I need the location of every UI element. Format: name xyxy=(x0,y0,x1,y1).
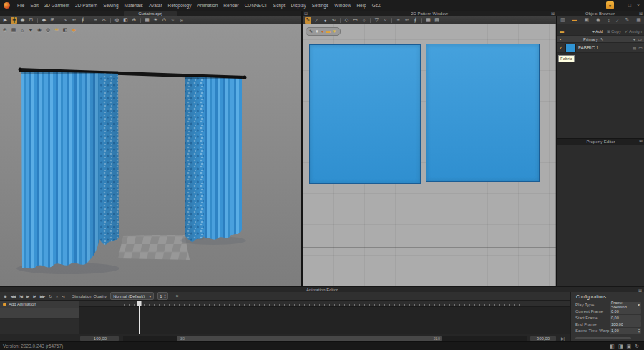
spinner-arrows-icon[interactable]: ▴▾ xyxy=(165,293,166,298)
sep-4[interactable] xyxy=(110,18,111,23)
configurations-scrollbar[interactable] xyxy=(575,337,631,339)
menu-avatar[interactable]: Avatar xyxy=(146,3,165,8)
timeline-scrollbar-track[interactable]: -30 210 xyxy=(123,336,527,341)
panel-menu-icon[interactable]: ⊞ xyxy=(304,11,308,16)
close-icon[interactable]: × xyxy=(176,293,179,298)
playhead-marker[interactable] xyxy=(137,301,142,306)
primary-section-header[interactable]: • Primary ✎ + ▭ xyxy=(557,35,644,43)
menu-retopology[interactable]: Retopology xyxy=(165,3,195,8)
fabric-swatch[interactable] xyxy=(565,44,576,52)
simulation-quality-dropdown[interactable]: Normal (Default) ▾ xyxy=(110,292,154,300)
select-mesh-icon[interactable]: ◉ xyxy=(19,17,26,24)
range-end-field[interactable]: 300,00 xyxy=(530,336,556,341)
dart-icon[interactable]: ▽ xyxy=(374,17,380,24)
cancel-icon[interactable]: × xyxy=(56,294,57,298)
topstitch-tab-icon[interactable]: ∕ xyxy=(617,16,618,24)
zipper-tab-icon[interactable]: ↕ xyxy=(608,16,610,24)
sep-4[interactable] xyxy=(421,18,422,23)
edit-pattern-icon[interactable]: ∕ xyxy=(313,17,320,24)
trim-tab-icon[interactable]: ▣ xyxy=(584,16,589,24)
spinner-arrows-icon[interactable]: ▴▾ xyxy=(638,328,640,333)
layout-both-windows-icon[interactable]: ▣ xyxy=(627,344,632,349)
go-to-end-icon[interactable]: ▶| xyxy=(561,336,564,341)
assign-fabric-button[interactable]: ✓ Assign xyxy=(625,29,642,34)
playback-speed-icon[interactable]: ⊲ xyxy=(62,294,64,298)
undock-icon[interactable]: ⊠ xyxy=(639,138,643,144)
sew-edit-icon[interactable]: ∮ xyxy=(79,17,86,24)
play-type-dropdown[interactable]: Frame Stepping ▾ xyxy=(610,302,641,308)
pattern-piece-right[interactable] xyxy=(426,44,540,182)
menu-display[interactable]: Display xyxy=(288,3,308,8)
go-to-end-icon[interactable]: ▶▶ xyxy=(40,294,44,298)
menu-help[interactable]: Help xyxy=(353,3,369,8)
show-texture-icon[interactable]: ▦ xyxy=(425,17,431,24)
sep-2[interactable] xyxy=(370,18,371,23)
end-frame-field[interactable]: 100,00 xyxy=(610,321,641,327)
edit-curvature-icon[interactable]: ∿ xyxy=(331,17,337,24)
free-sew-2d-icon[interactable]: ∮ xyxy=(412,17,419,24)
sep-3[interactable] xyxy=(89,18,89,23)
loop-icon[interactable]: ↻ xyxy=(49,294,52,298)
rectangle-icon[interactable]: ▭ xyxy=(352,17,358,24)
arrangement-points-icon[interactable]: ◍ xyxy=(45,27,51,33)
arrangement-icon[interactable]: ◍ xyxy=(114,17,120,24)
pin-toggle-icon[interactable]: ◆ xyxy=(71,27,77,33)
puckering-tab-icon[interactable]: ▦ xyxy=(636,16,641,24)
menu-window[interactable]: Window xyxy=(331,3,353,8)
circle-icon[interactable]: ○ xyxy=(361,17,367,24)
pin-box-icon[interactable]: ⊞ xyxy=(49,17,56,24)
current-frame-field[interactable]: 0,00 xyxy=(610,308,641,314)
menu-materials[interactable]: Materials xyxy=(122,3,146,8)
polygon-icon[interactable]: ◇ xyxy=(343,17,350,24)
menu-2d-pattern[interactable]: 2D Pattern xyxy=(72,3,100,8)
transform-pattern-icon[interactable]: ✎ xyxy=(305,17,311,24)
scene-tab-icon[interactable]: ▥ xyxy=(560,16,565,24)
garment-yellow-icon[interactable]: ▼ xyxy=(333,29,337,34)
menu-sewing[interactable]: Sewing xyxy=(100,3,121,8)
step-size-stepper[interactable]: 1 ▴▾ xyxy=(157,292,167,300)
start-frame-field[interactable]: 0,00 xyxy=(610,315,641,321)
play-icon[interactable]: ▶ xyxy=(26,294,29,298)
garment-show-icon[interactable]: ▼ xyxy=(28,27,34,33)
account-button[interactable]: ● xyxy=(606,1,614,9)
menu-animation[interactable]: Animation xyxy=(194,3,220,8)
sep-1[interactable] xyxy=(340,18,341,23)
sep-5[interactable] xyxy=(140,18,141,23)
range-start-field[interactable]: -100,00 xyxy=(80,336,119,341)
menu-3d-garment[interactable]: 3D Garment xyxy=(42,3,72,8)
project-tab[interactable]: Curtains.zprj xyxy=(124,11,177,16)
undock-icon[interactable]: ⊠ xyxy=(551,11,555,16)
viewport-3d[interactable]: ⊕▦⌂▼◉◍☀◧◆ xyxy=(0,24,301,286)
tape-measure-icon[interactable]: ≡ xyxy=(92,17,99,24)
select-box-icon[interactable]: ⊡ xyxy=(28,17,34,24)
pattern-piece-left[interactable] xyxy=(309,44,421,184)
menu-render[interactable]: Render xyxy=(220,3,241,8)
fabric-fold-icon[interactable]: ▬ xyxy=(326,29,331,34)
camera-icon[interactable]: ⊙ xyxy=(161,17,167,24)
avatar-show-icon[interactable]: ◧ xyxy=(122,17,129,24)
scene-time-warp-stepper[interactable]: 1,00 ▴▾ xyxy=(610,328,641,334)
edit-section-icon[interactable]: ✎ xyxy=(600,37,604,42)
morph-icon[interactable]: ∞ xyxy=(178,17,185,24)
visibility-check-icon[interactable]: ✓ xyxy=(559,45,563,51)
texture-icon[interactable]: ▦ xyxy=(144,17,150,24)
fabric-list-item[interactable]: ✓ FABRIC 1 ▤ ▭ xyxy=(557,43,644,53)
segment-sew-2d-icon[interactable]: ≋ xyxy=(404,17,410,24)
shadow-toggle-icon[interactable]: ◧ xyxy=(62,27,68,33)
timeline-ruler[interactable] xyxy=(79,301,570,307)
select-move-icon[interactable]: ╋ xyxy=(11,17,17,24)
add-point-icon[interactable]: ● xyxy=(322,17,328,24)
colorway-icon[interactable]: ● xyxy=(321,29,324,34)
menu-script[interactable]: Script xyxy=(270,3,288,8)
light-icon[interactable]: ☀ xyxy=(152,17,159,24)
minimize-button[interactable]: – xyxy=(620,3,623,8)
texture-edit-icon[interactable]: ✎ xyxy=(309,29,313,34)
wind-icon[interactable]: ≈ xyxy=(170,17,176,24)
stitch-tab-icon[interactable]: ✎ xyxy=(625,16,630,24)
sep-1[interactable] xyxy=(37,18,38,23)
record-animation-icon[interactable]: ◉ xyxy=(4,294,6,298)
timeline-scrollbar-handle[interactable]: -30 210 xyxy=(177,336,442,341)
notch-icon[interactable]: ▿ xyxy=(382,17,389,24)
pin-icon[interactable]: ◆ xyxy=(41,17,47,24)
menu-settings[interactable]: Settings xyxy=(309,3,332,8)
